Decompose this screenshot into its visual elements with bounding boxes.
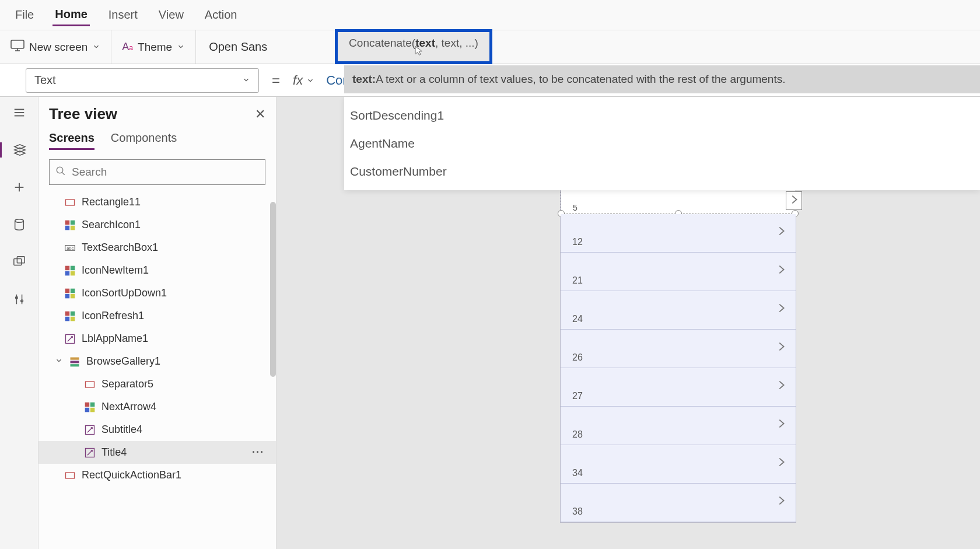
tree-item[interactable]: Title4···: [38, 441, 276, 464]
svg-rect-35: [71, 316, 75, 321]
menu-action[interactable]: Action: [202, 5, 240, 25]
tree-item[interactable]: RectQuickActionBar1: [38, 464, 276, 487]
gallery-row[interactable]: 26: [561, 330, 796, 368]
svg-rect-21: [71, 225, 75, 230]
hamburger-icon[interactable]: [12, 105, 27, 120]
param-desc: A text or a column of text values, to be…: [376, 73, 785, 86]
data-icon[interactable]: [12, 217, 27, 232]
tree-item[interactable]: IconSortUpDown1: [38, 282, 276, 305]
browse-gallery[interactable]: 5 1221242627283438: [560, 182, 796, 523]
label-icon: [84, 424, 96, 436]
tree-item-label: TextSearchBox1: [82, 242, 158, 254]
svg-rect-41: [85, 402, 90, 407]
gallery-row-value: 28: [572, 429, 583, 440]
gallery-row[interactable]: 38: [561, 484, 796, 522]
svg-rect-39: [71, 364, 79, 366]
svg-rect-24: [65, 265, 70, 270]
group-icon: [84, 401, 96, 413]
tab-screens[interactable]: Screens: [49, 131, 94, 150]
svg-rect-43: [85, 407, 90, 412]
svg-rect-19: [71, 220, 75, 225]
screen-icon: [10, 40, 24, 54]
gallery-row[interactable]: 27: [561, 368, 796, 407]
tree-item-label: IconSortUpDown1: [82, 287, 167, 299]
scrollbar-thumb[interactable]: [270, 202, 276, 377]
tree-list: Rectangle11SearchIcon1abcTextSearchBox1I…: [38, 191, 276, 544]
next-arrow-icon[interactable]: [775, 225, 788, 240]
label-icon: [84, 447, 96, 459]
menu-file[interactable]: File: [13, 5, 36, 25]
tree-item-label: Rectangle11: [82, 196, 141, 208]
menu-view[interactable]: View: [156, 5, 186, 25]
gallery-row[interactable]: 21: [561, 253, 796, 291]
tree-view-icon[interactable]: [0, 142, 38, 158]
autocomplete-item[interactable]: CustomerNumber: [344, 158, 980, 186]
tree-item[interactable]: Subtitle4: [38, 418, 276, 441]
tree-item-label: SearchIcon1: [82, 219, 141, 231]
svg-rect-40: [86, 382, 94, 387]
group-icon: [64, 310, 76, 322]
menu-insert[interactable]: Insert: [106, 5, 140, 25]
fx-button[interactable]: fx: [293, 73, 314, 88]
gallery-head-value: 5: [573, 203, 578, 212]
property-select[interactable]: Text: [26, 68, 259, 93]
signature-tooltip: Concatenate(text, text, ...): [335, 29, 492, 64]
chevron-down-icon: [306, 73, 314, 88]
search-input[interactable]: [72, 166, 259, 179]
rect-icon: [64, 197, 76, 208]
tree-view-panel: Tree view ✕ Screens Components Rectangle…: [38, 97, 276, 549]
next-arrow-selected[interactable]: [786, 191, 802, 210]
autocomplete-item[interactable]: SortDescending1: [344, 102, 980, 130]
tree-item[interactable]: NextArrow4: [38, 396, 276, 418]
tree-title: Tree view: [49, 105, 117, 123]
tree-item[interactable]: IconNewItem1: [38, 259, 276, 282]
font-select[interactable]: Open Sans: [201, 40, 275, 54]
tree-item[interactable]: Separator5: [38, 373, 276, 396]
tree-item[interactable]: IconRefresh1: [38, 305, 276, 327]
gallery-row[interactable]: 24: [561, 291, 796, 330]
more-icon[interactable]: ···: [252, 446, 264, 459]
tree-item[interactable]: Rectangle11: [38, 191, 276, 214]
gallery-row[interactable]: 34: [561, 445, 796, 484]
rect-icon: [64, 470, 76, 481]
next-arrow-icon[interactable]: [775, 340, 788, 355]
tree-item-label: IconRefresh1: [82, 310, 144, 322]
svg-text:abc: abc: [66, 245, 74, 250]
autocomplete-item[interactable]: AgentName: [344, 130, 980, 158]
tab-components[interactable]: Components: [111, 131, 177, 150]
next-arrow-icon[interactable]: [775, 379, 788, 394]
tree-search[interactable]: [49, 159, 265, 185]
add-icon[interactable]: [12, 180, 27, 195]
next-arrow-icon[interactable]: [775, 494, 788, 509]
tools-icon[interactable]: [12, 292, 27, 307]
gallery-row[interactable]: 12: [561, 214, 796, 253]
menu-home[interactable]: Home: [52, 4, 90, 26]
gallery-row-value: 12: [572, 237, 583, 247]
signature-rest: , text, ...): [435, 37, 478, 49]
svg-rect-29: [71, 288, 75, 293]
tree-item[interactable]: LblAppName1: [38, 327, 276, 350]
tree-item[interactable]: SearchIcon1: [38, 214, 276, 236]
media-icon[interactable]: [12, 254, 27, 270]
theme-icon: Aa: [122, 41, 133, 53]
tree-item-label: Title4: [102, 446, 127, 459]
expand-icon[interactable]: [55, 356, 63, 366]
tree-item[interactable]: BrowseGallery1: [38, 350, 276, 373]
gallery-row[interactable]: 28: [561, 407, 796, 445]
next-arrow-icon[interactable]: [775, 456, 788, 471]
gallery-row-value: 24: [572, 314, 583, 324]
toolbar: New screen Aa Theme Open Sans Concatenat…: [0, 30, 980, 64]
close-icon[interactable]: ✕: [255, 107, 265, 122]
cursor-icon: [414, 46, 424, 59]
theme-label: Theme: [138, 41, 172, 54]
chevron-down-icon: [92, 41, 100, 54]
new-screen-button[interactable]: New screen: [0, 30, 111, 64]
next-arrow-icon[interactable]: [775, 263, 788, 278]
tree-item-label: RectQuickActionBar1: [82, 469, 181, 481]
next-arrow-icon[interactable]: [775, 302, 788, 317]
fx-label: fx: [293, 73, 303, 88]
tree-item[interactable]: abcTextSearchBox1: [38, 236, 276, 259]
textbox-icon: abc: [64, 242, 76, 254]
theme-button[interactable]: Aa Theme: [111, 30, 196, 64]
next-arrow-icon[interactable]: [775, 417, 788, 432]
